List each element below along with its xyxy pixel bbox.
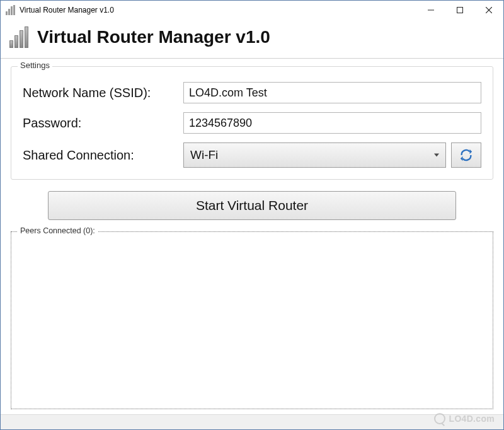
peers-list[interactable]: [15, 237, 489, 406]
peers-legend: Peers Connected (0):: [18, 226, 98, 235]
close-button[interactable]: [474, 1, 503, 20]
svg-line-2: [486, 7, 492, 13]
maximize-button[interactable]: [445, 1, 474, 20]
app-title: Virtual Router Manager v1.0: [37, 27, 270, 47]
window-controls: [416, 1, 503, 20]
status-bar: [1, 414, 503, 429]
password-row: Password:: [23, 112, 481, 134]
refresh-connections-button[interactable]: [451, 142, 481, 168]
connection-row: Shared Connection: Wi-Fi: [23, 142, 481, 168]
app-header: Virtual Router Manager v1.0: [1, 20, 503, 59]
password-input[interactable]: [183, 112, 481, 134]
content-area: Settings Network Name (SSID): Password: …: [1, 59, 503, 414]
peers-group: Peers Connected (0):: [11, 231, 493, 409]
app-window: Virtual Router Manager v1.0 Virtual Rout…: [0, 0, 504, 430]
svg-line-3: [486, 7, 492, 13]
connection-value: Wi-Fi: [190, 148, 218, 162]
start-button-label: Start Virtual Router: [196, 198, 308, 213]
connection-select[interactable]: Wi-Fi: [183, 142, 446, 168]
titlebar: Virtual Router Manager v1.0: [1, 1, 503, 20]
ssid-label: Network Name (SSID):: [23, 86, 183, 100]
refresh-icon: [459, 148, 473, 162]
settings-group: Settings Network Name (SSID): Password: …: [11, 66, 493, 180]
window-title: Virtual Router Manager v1.0: [20, 6, 114, 15]
app-icon: [6, 5, 16, 15]
ssid-row: Network Name (SSID):: [23, 82, 481, 103]
signal-bars-icon: [9, 26, 31, 48]
svg-marker-4: [470, 149, 472, 154]
svg-rect-1: [457, 7, 463, 13]
chevron-down-icon: [434, 154, 439, 157]
start-virtual-router-button[interactable]: Start Virtual Router: [48, 191, 456, 220]
svg-marker-5: [461, 156, 463, 161]
connection-label: Shared Connection:: [23, 148, 183, 163]
start-button-wrap: Start Virtual Router: [11, 191, 493, 220]
ssid-input[interactable]: [183, 82, 481, 103]
minimize-button[interactable]: [416, 1, 445, 20]
password-label: Password:: [23, 116, 183, 131]
settings-legend: Settings: [18, 61, 52, 70]
